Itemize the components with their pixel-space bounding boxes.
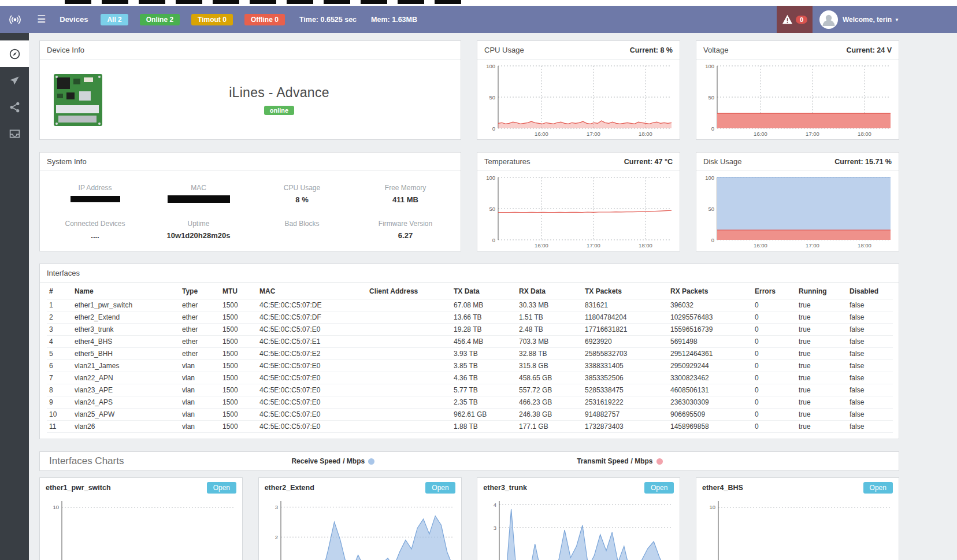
cell-tx-data: 1.88 TB	[451, 421, 517, 433]
disk-current-value: Current: 15.71 %	[834, 158, 892, 166]
avatar[interactable]	[819, 10, 838, 29]
query-time: Time: 0.6525 sec	[299, 16, 357, 24]
badge-timeout[interactable]: Timout 0	[191, 14, 233, 25]
svg-text:16:00: 16:00	[754, 131, 767, 137]
cell-type: ether	[180, 311, 220, 324]
column-header: MTU	[220, 284, 257, 299]
cell-index: 1	[47, 299, 72, 311]
cpu-usage-title: CPU Usage	[484, 46, 524, 54]
cpu-usage-chart: 05010016:0017:0018:00	[477, 60, 680, 139]
svg-text:100: 100	[705, 175, 714, 181]
interface-charts-row: ether1_pwr_switch Open 10 ether2_Extend …	[39, 477, 899, 560]
cell-index: 11	[47, 421, 72, 433]
cell-index: 7	[47, 372, 72, 384]
svg-text:10: 10	[709, 504, 715, 510]
cell-name: ether5_BHH	[72, 348, 180, 360]
cell-mac: 4C:5E:0C:C5:07:E1	[257, 336, 367, 348]
system-field: MAC	[147, 184, 250, 205]
cell-rx-packets: 1458969858	[668, 421, 752, 433]
cell-rx-packets: 2950929244	[668, 360, 752, 372]
cell-mtu: 1500	[220, 348, 257, 360]
hamburger-icon[interactable]: ☰	[37, 14, 46, 24]
cell-mac: 4C:5E:0C:C5:07:E0	[257, 360, 367, 372]
sidebar-item-network[interactable]	[0, 67, 29, 94]
system-field-label: Connected Devices	[43, 220, 147, 228]
column-header: RX Data	[517, 284, 583, 299]
cell-client-address	[367, 384, 451, 396]
svg-text:4: 4	[494, 502, 496, 508]
sidebar-item-inbox[interactable]	[0, 120, 29, 147]
chart-card-ether3: ether3_trunk Open 43	[477, 477, 680, 560]
svg-text:17:00: 17:00	[806, 131, 819, 137]
cell-name: ether4_BHS	[72, 336, 180, 348]
table-header-row: #NameTypeMTUMACClient AddressTX DataRX D…	[47, 284, 893, 299]
cell-name: ether3_trunk	[72, 324, 180, 336]
warning-icon	[782, 14, 793, 24]
interfaces-table: #NameTypeMTUMACClient AddressTX DataRX D…	[47, 284, 893, 433]
cell-errors: 0	[752, 409, 796, 421]
system-field: Free Memory 411 MB	[354, 184, 457, 205]
cell-tx-packets: 25855832703	[583, 348, 668, 360]
redacted-value	[71, 196, 120, 202]
cell-disabled: false	[847, 396, 893, 409]
cell-running: true	[796, 299, 847, 311]
cell-index: 10	[47, 409, 72, 421]
alerts-button[interactable]: 0	[777, 6, 813, 33]
sidebar	[0, 33, 29, 560]
system-field-value: 6.27	[398, 231, 413, 240]
cell-tx-packets: 5285338475	[583, 384, 668, 396]
user-menu[interactable]: Welcome, terin▼	[843, 16, 899, 24]
cell-errors: 0	[752, 396, 796, 409]
temperature-current-value: Current: 47 °C	[624, 158, 673, 166]
cell-index: 4	[47, 336, 72, 348]
transmit-speed-dot-icon	[656, 458, 663, 465]
cell-errors: 0	[752, 348, 796, 360]
open-button[interactable]: Open	[207, 482, 236, 494]
svg-text:100: 100	[705, 63, 714, 69]
svg-text:18:00: 18:00	[639, 242, 652, 249]
badge-all[interactable]: All 2	[101, 14, 128, 25]
svg-text:17:00: 17:00	[587, 131, 600, 137]
cell-mac: 4C:5E:0C:C5:07:E0	[257, 396, 367, 409]
sidebar-item-share[interactable]	[0, 94, 29, 120]
cell-rx-data: 1.51 TB	[517, 311, 583, 324]
cell-client-address	[367, 324, 451, 336]
sidebar-item-dashboard[interactable]	[0, 40, 29, 67]
badge-offline[interactable]: Offline 0	[244, 14, 285, 25]
cell-mac: 4C:5E:0C:C5:07:E0	[257, 421, 367, 433]
badge-online[interactable]: Online 2	[140, 14, 180, 25]
status-badges: All 2 Online 2 Timout 0 Offline 0	[101, 14, 284, 25]
cell-tx-data: 5.77 TB	[451, 384, 517, 396]
cell-disabled: false	[847, 409, 893, 421]
cell-errors: 0	[752, 299, 796, 311]
system-field-label: Uptime	[147, 220, 250, 228]
cell-mtu: 1500	[220, 360, 257, 372]
column-header: Client Address	[367, 284, 451, 299]
open-button[interactable]: Open	[644, 482, 674, 494]
caret-down-icon: ▼	[895, 17, 899, 23]
alert-count-badge: 0	[796, 16, 807, 24]
cell-client-address	[367, 348, 451, 360]
welcome-text: Welcome, terin	[843, 16, 892, 24]
svg-text:0: 0	[492, 125, 495, 132]
cell-rx-packets: 4608506131	[668, 384, 752, 396]
disk-usage-card: Disk Usage Current: 15.71 % 05010016:001…	[696, 152, 899, 251]
cell-rx-packets: 2363030309	[668, 396, 752, 409]
cell-mac: 4C:5E:0C:C5:07:DF	[257, 311, 367, 324]
cell-mtu: 1500	[220, 311, 257, 324]
cell-mac: 4C:5E:0C:C5:07:E0	[257, 324, 367, 336]
system-field: IP Address	[43, 184, 147, 205]
compass-icon	[9, 48, 21, 60]
cell-mtu: 1500	[220, 336, 257, 348]
open-button[interactable]: Open	[425, 482, 455, 494]
svg-text:0: 0	[711, 237, 714, 243]
cell-rx-data: 246.38 GB	[517, 409, 583, 421]
cell-tx-data: 3.85 TB	[451, 360, 517, 372]
redacted-value	[168, 195, 230, 203]
cell-client-address	[367, 421, 451, 433]
open-button[interactable]: Open	[863, 482, 893, 494]
system-field: Connected Devices ....	[43, 220, 147, 240]
interface-mini-chart: 10	[40, 497, 242, 560]
nav-devices[interactable]: Devices	[60, 15, 88, 24]
table-row: 10 vlan25_APW vlan 1500 4C:5E:0C:C5:07:E…	[47, 409, 893, 421]
